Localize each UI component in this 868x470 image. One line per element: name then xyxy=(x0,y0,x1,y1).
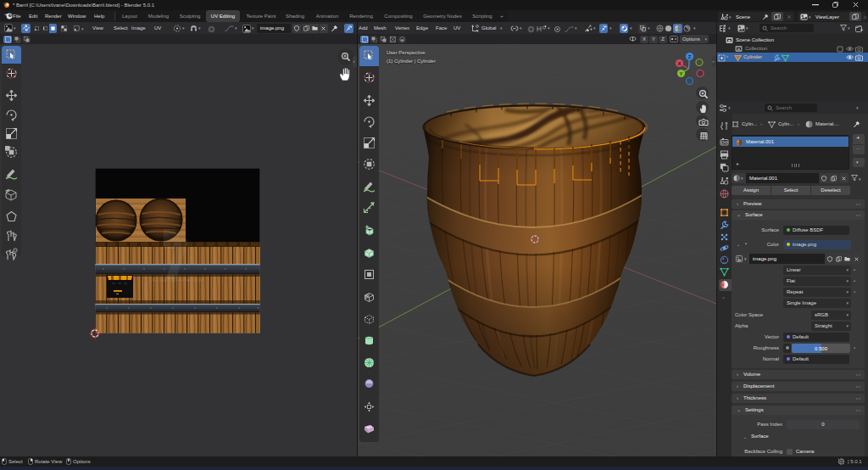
svg-text:X: X xyxy=(677,61,681,66)
svg-text:Y: Y xyxy=(679,71,682,76)
svg-text:Z: Z xyxy=(688,54,692,59)
svg-text:PELOLEO.DEVIANTART.COM: PELOLEO.DEVIANTART.COM xyxy=(151,278,203,283)
